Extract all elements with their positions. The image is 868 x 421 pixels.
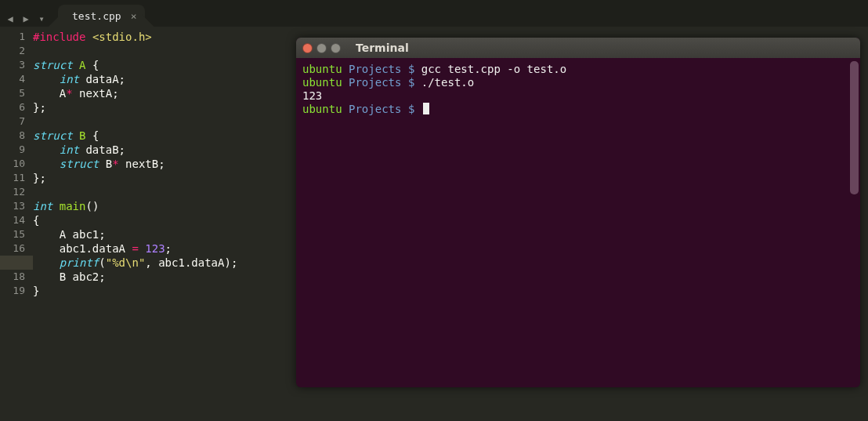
line-number: 10 — [0, 157, 33, 171]
line-number: 6 — [0, 100, 33, 114]
line-number: 15 — [0, 227, 33, 241]
line-number: 1 — [0, 30, 33, 44]
line-gutter: 12345678910111213141516171819 — [0, 27, 33, 421]
line-number: 11 — [0, 171, 33, 185]
active-line-highlight — [0, 256, 33, 270]
terminal-window: Terminal ubuntu Projects $ gcc test.cpp … — [296, 38, 860, 387]
terminal-scrollbar[interactable] — [850, 61, 859, 194]
line-number: 13 — [0, 199, 33, 213]
line-number: 2 — [0, 44, 33, 58]
terminal-prompt-line: ubuntu Projects $ — [302, 103, 854, 116]
editor-tabbar: ◀ ▶ ▾ test.cpp × — [0, 0, 868, 27]
line-number: 16 — [0, 241, 33, 256]
line-number: 12 — [0, 185, 33, 199]
line-number: 14 — [0, 213, 33, 227]
terminal-title: Terminal — [356, 42, 409, 54]
line-number: 5 — [0, 86, 33, 100]
line-number: 18 — [0, 270, 33, 284]
line-number: 8 — [0, 129, 33, 143]
file-tab[interactable]: test.cpp × — [58, 5, 145, 27]
tab-dropdown-icon[interactable]: ▾ — [34, 11, 49, 27]
line-number: 19 — [0, 284, 33, 298]
terminal-titlebar[interactable]: Terminal — [296, 38, 860, 58]
terminal-body[interactable]: ubuntu Projects $ gcc test.cpp -o test.o… — [296, 58, 860, 121]
window-minimize-icon[interactable] — [316, 43, 327, 53]
nav-back-icon[interactable]: ◀ — [3, 11, 17, 27]
line-number: 3 — [0, 58, 33, 72]
terminal-prompt-line: ubuntu Projects $ ./test.o — [302, 76, 854, 89]
window-close-icon[interactable] — [302, 43, 313, 53]
line-number: 4 — [0, 72, 33, 86]
terminal-cursor — [423, 103, 429, 114]
terminal-prompt-line: ubuntu Projects $ gcc test.cpp -o test.o — [302, 63, 854, 76]
nav-forward-icon[interactable]: ▶ — [19, 11, 33, 27]
window-maximize-icon[interactable] — [331, 43, 341, 53]
close-tab-icon[interactable]: × — [131, 10, 137, 22]
file-tab-label: test.cpp — [72, 10, 121, 22]
line-number: 9 — [0, 143, 33, 157]
terminal-output-line: 123 — [302, 89, 854, 103]
line-number: 7 — [0, 114, 33, 129]
